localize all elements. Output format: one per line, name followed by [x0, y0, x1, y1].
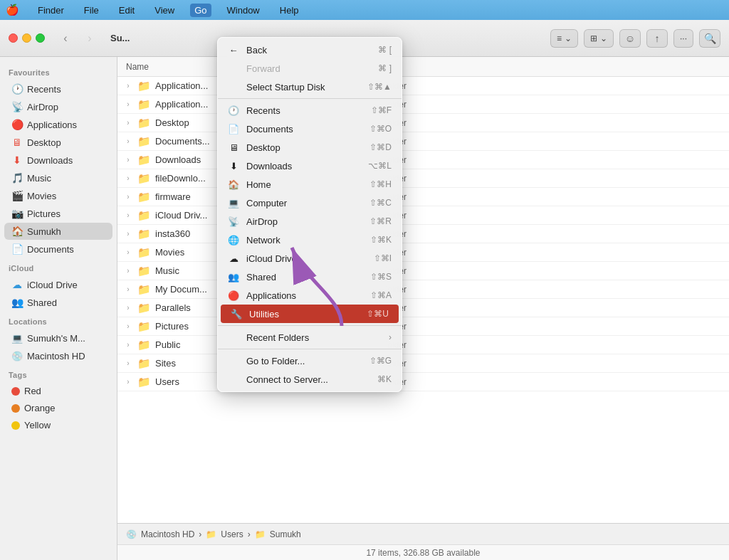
pictures-icon: 📷	[11, 208, 23, 219]
table-row[interactable]: › 📁 Documents... -- Folder	[117, 132, 729, 151]
sidebar-item-applications[interactable]: 🔴 Applications	[4, 116, 112, 133]
file-name: Downloads	[155, 154, 201, 165]
table-row[interactable]: › 📁 iCloud Driv... -- Folder	[117, 206, 729, 225]
sidebar-item-sumukhs-mac[interactable]: 💻 Sumukh's M...	[4, 329, 112, 347]
traffic-lights	[9, 33, 45, 43]
table-row[interactable]: › 📁 My Docum... -- Folder	[117, 280, 729, 299]
movies-icon: 🎬	[11, 190, 23, 201]
sidebar-item-desktop[interactable]: 🖥 Desktop	[4, 134, 112, 151]
table-row[interactable]: › 📁 firmware -- Folder	[117, 188, 729, 206]
sidebar-item-icloud-drive[interactable]: ☁ iCloud Drive	[4, 276, 112, 293]
menu-item-home[interactable]: 🏠 Home ⇧⌘H	[218, 175, 402, 194]
maximize-button[interactable]	[36, 33, 45, 43]
share-button[interactable]: ↑	[646, 29, 668, 48]
menu-label-forward: Forward	[246, 63, 371, 74]
menubar-finder[interactable]: Finder	[33, 4, 68, 17]
emoji-button[interactable]: ☺	[619, 29, 641, 48]
menu-item-connect-server[interactable]: Connect to Server... ⌘K	[218, 370, 402, 389]
search-button[interactable]: 🔍	[699, 29, 720, 48]
table-row[interactable]: › 📁 fileDownlo... -- Folder	[117, 169, 729, 188]
menu-item-recents[interactable]: 🕐 Recents ⇧⌘F	[218, 101, 402, 120]
sidebar-item-downloads[interactable]: ⬇ Downloads	[4, 152, 112, 169]
more-button[interactable]: ···	[673, 29, 693, 48]
menu-item-go-to-folder[interactable]: Go to Folder... ⇧⌘G	[218, 352, 402, 370]
window-title: Su...	[110, 33, 130, 43]
menu-item-downloads[interactable]: ⬇ Downloads ⌥⌘L	[218, 157, 402, 175]
menu-shortcut-downloads: ⌥⌘L	[368, 161, 392, 171]
folder-icon: 📁	[137, 357, 151, 370]
apple-menu-icon[interactable]: 🍎	[6, 4, 19, 16]
sidebar-item-documents[interactable]: 📄 Documents	[4, 241, 112, 258]
close-button[interactable]	[9, 33, 18, 43]
menu-shortcut-airdrop: ⇧⌘R	[369, 216, 392, 226]
menu-item-computer[interactable]: 💻 Computer ⇧⌘C	[218, 194, 402, 212]
menu-shortcut-forward: ⌘ ]	[378, 63, 392, 73]
table-row[interactable]: › 📁 Parallels -- Folder	[117, 299, 729, 317]
back-button[interactable]: ‹	[56, 29, 75, 48]
menu-item-applications[interactable]: 🔴 Applications ⇧⌘A	[218, 286, 402, 305]
sidebar-item-recents[interactable]: 🕐 Recents	[4, 80, 112, 97]
sidebar-item-tag-orange[interactable]: Orange	[4, 400, 112, 416]
menubar-go[interactable]: Go	[190, 4, 211, 17]
table-row[interactable]: › 📁 Application... -- Folder	[117, 77, 729, 95]
menu-label-airdrop: AirDrop	[246, 216, 362, 227]
file-list: › 📁 Application... -- Folder › 📁 Applica…	[117, 77, 729, 523]
view-list-button[interactable]: ≡ ⌄	[550, 29, 578, 48]
file-name: Music	[155, 265, 179, 276]
file-kind: Folder	[374, 248, 729, 258]
sidebar-label-sumukhs-mac: Sumukh's M...	[27, 333, 85, 344]
file-kind: Folder	[374, 174, 729, 184]
table-row[interactable]: › 📁 Music -- Folder	[117, 262, 729, 280]
menu-item-documents[interactable]: 📄 Documents ⇧⌘O	[218, 120, 402, 138]
sidebar-item-tag-red[interactable]: Red	[4, 383, 112, 399]
table-row[interactable]: › 📁 Pictures -- Folder	[117, 317, 729, 336]
menubar-window[interactable]: Window	[223, 4, 264, 17]
menu-item-shared[interactable]: 👥 Shared ⇧⌘S	[218, 268, 402, 286]
menu-item-icloud-drive[interactable]: ☁ iCloud Drive ⇧⌘I	[218, 249, 402, 268]
downloads-icon: ⬇	[11, 154, 23, 166]
table-row[interactable]: › 📁 Users -- Folder	[117, 373, 729, 391]
table-row[interactable]: › 📁 Downloads -- Folder	[117, 151, 729, 169]
computer-menu-icon: 💻	[228, 197, 239, 208]
sidebar-item-pictures[interactable]: 📷 Pictures	[4, 205, 112, 222]
menu-item-desktop[interactable]: 🖥 Desktop ⇧⌘D	[218, 138, 402, 157]
menu-label-go-to-folder: Go to Folder...	[246, 356, 362, 366]
table-row[interactable]: › 📁 Movies -- Folder	[117, 243, 729, 262]
folder-icon: 📁	[137, 376, 151, 389]
sidebar-item-music[interactable]: 🎵 Music	[4, 169, 112, 186]
sidebar-item-movies[interactable]: 🎬 Movies	[4, 187, 112, 204]
forward-button[interactable]: ›	[80, 29, 99, 48]
sidebar-item-airdrop[interactable]: 📡 AirDrop	[4, 98, 112, 115]
table-row[interactable]: › 📁 Desktop -- Folder	[117, 114, 729, 132]
menu-label-network: Network	[246, 235, 363, 245]
minimize-button[interactable]	[22, 33, 31, 43]
folder-icon: 📁	[137, 191, 151, 204]
table-row[interactable]: › 📁 Public -- Folder	[117, 336, 729, 354]
sidebar-item-macintosh-hd[interactable]: 💿 Macintosh HD	[4, 347, 112, 364]
menubar-help[interactable]: Help	[276, 4, 303, 17]
path-bar: 💿 Macintosh HD › 📁 Users › 📁 Sumukh	[117, 523, 729, 544]
sidebar-item-tag-yellow[interactable]: Yellow	[4, 417, 112, 433]
search-icon: 🔍	[704, 33, 716, 44]
table-row[interactable]: › 📁 Application... -- Folder	[117, 95, 729, 114]
menu-item-airdrop[interactable]: 📡 AirDrop ⇧⌘R	[218, 212, 402, 231]
view-grid-button[interactable]: ⊞ ⌄	[584, 29, 614, 48]
menubar-edit[interactable]: Edit	[115, 4, 139, 17]
file-kind: Folder	[374, 285, 729, 295]
menu-item-recent-folders[interactable]: Recent Folders ›	[218, 328, 402, 347]
menu-item-network[interactable]: 🌐 Network ⇧⌘K	[218, 231, 402, 249]
table-row[interactable]: › 📁 insta360 -- Folder	[117, 225, 729, 243]
menubar-view[interactable]: View	[150, 4, 179, 17]
sidebar-item-shared[interactable]: 👥 Shared	[4, 294, 112, 311]
menu-item-utilities[interactable]: 🔧 Utilities ⇧⌘U	[221, 305, 399, 323]
menubar-file[interactable]: File	[80, 4, 103, 17]
file-name: Application...	[155, 80, 208, 91]
menu-item-startup-disk[interactable]: Select Startup Disk ⇧⌘▲	[218, 78, 402, 96]
menu-item-forward[interactable]: Forward ⌘ ]	[218, 59, 402, 78]
menu-item-back[interactable]: ← Back ⌘ [	[218, 41, 402, 59]
table-row[interactable]: › 📁 Sites -- Folder	[117, 354, 729, 373]
disk-path-icon: 💿	[126, 529, 137, 539]
sidebar-item-sumukh[interactable]: 🏠 Sumukh	[4, 223, 112, 240]
chevron-icon: ›	[123, 377, 133, 387]
path-users-icon: 📁	[206, 529, 216, 539]
